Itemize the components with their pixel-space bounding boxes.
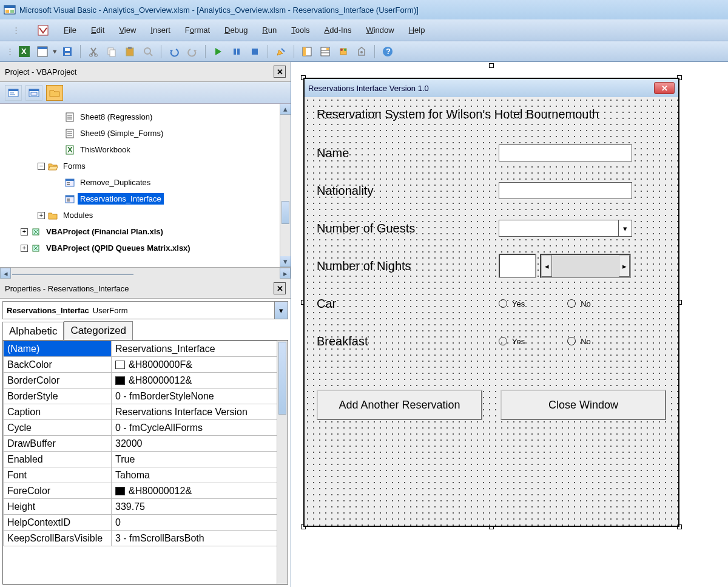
menu-view[interactable]: View (119, 25, 136, 35)
userform-close-icon[interactable]: ✕ (654, 82, 675, 94)
property-row[interactable]: CaptionReservations Interface Version (4, 404, 288, 420)
property-row[interactable]: (Name)Reservations_Interface (4, 341, 288, 357)
insert-userform-icon[interactable] (35, 44, 50, 59)
properties-grid[interactable]: (Name)Reservations_InterfaceBackColor&H8… (2, 340, 288, 585)
break-icon[interactable] (229, 44, 244, 59)
scroll-up-icon[interactable]: ▴ (280, 104, 291, 115)
project-tree[interactable]: Sheet8 (Regression)Sheet9 (Simple_Forms)… (0, 104, 291, 268)
cut-icon[interactable] (86, 44, 101, 59)
menu-addins[interactable]: Add-Ins (325, 25, 352, 35)
nationality-input[interactable] (499, 182, 632, 199)
find-icon[interactable] (140, 44, 156, 59)
chevron-down-icon[interactable]: ▾ (274, 302, 288, 319)
tab-alphabetic[interactable]: Alphabetic (2, 322, 64, 341)
label-name: Name (317, 146, 499, 160)
save-icon[interactable] (59, 44, 75, 59)
form-heading: Reservation System for Wilson's Hotel Bo… (317, 106, 666, 123)
tab-categorized[interactable]: Categorized (64, 321, 133, 340)
guests-combobox[interactable]: ▾ (499, 220, 632, 237)
chevron-down-icon[interactable]: ▾ (618, 220, 632, 236)
properties-icon[interactable] (317, 44, 333, 59)
grid-vscrollbar[interactable] (277, 341, 288, 584)
tree-item[interactable]: +Modules (4, 207, 291, 223)
run-icon[interactable] (211, 44, 226, 59)
breakfast-yes-radio[interactable]: Yes (499, 337, 525, 346)
menu-run[interactable]: Run (262, 25, 277, 35)
properties-panel-close-icon[interactable]: ✕ (274, 282, 286, 294)
tree-item[interactable]: Reservations_Interface (4, 191, 291, 207)
menu-file[interactable]: File (64, 25, 76, 35)
tree-item[interactable]: XThisWorkbook (4, 141, 291, 158)
car-no-radio[interactable]: No (567, 299, 591, 308)
tree-hscrollbar[interactable]: ◂ ▸ (0, 268, 291, 279)
undo-icon[interactable] (166, 44, 182, 59)
property-row[interactable]: BorderStyle0 - fmBorderStyleNone (4, 389, 288, 404)
scroll-right-icon[interactable]: ▸ (280, 268, 291, 279)
redo-icon[interactable] (184, 44, 200, 59)
reset-icon[interactable] (247, 44, 263, 59)
tree-item[interactable]: −Forms (4, 158, 291, 174)
svg-rect-56 (67, 184, 70, 185)
tree-item[interactable]: +VBAProject (Financial Plan.xls) (4, 223, 291, 240)
menu-format[interactable]: Format (185, 25, 210, 35)
paste-icon[interactable] (122, 44, 138, 59)
arrow-left-icon[interactable]: ◂ (541, 255, 552, 277)
nights-scrollbar[interactable]: ◂ ▸ (540, 254, 631, 278)
property-row[interactable]: EnabledTrue (4, 452, 288, 467)
car-yes-radio[interactable]: Yes (499, 299, 525, 308)
tree-item[interactable]: Remove_Duplicates (4, 174, 291, 191)
close-window-button[interactable]: Close Window (500, 390, 666, 420)
property-row[interactable]: HelpContextID0 (4, 515, 288, 531)
add-reservation-button[interactable]: Add Another Reservation (317, 390, 482, 420)
property-row[interactable]: KeepScrollBarsVisible3 - fmScrollBarsBot… (4, 531, 288, 546)
view-object-icon[interactable] (25, 85, 42, 101)
property-row[interactable]: DrawBuffer32000 (4, 436, 288, 452)
breakfast-no-radio[interactable]: No (567, 337, 591, 346)
tree-item[interactable]: Sheet8 (Regression) (4, 109, 291, 125)
toolbox-icon[interactable] (354, 44, 369, 59)
menu-help[interactable]: Help (409, 25, 425, 35)
menu-edit[interactable]: Edit (91, 25, 104, 35)
scroll-thumb[interactable] (281, 201, 289, 224)
menu-window[interactable]: Window (366, 25, 394, 35)
tree-item[interactable]: Sheet9 (Simple_Forms) (4, 125, 291, 141)
view-code-icon[interactable] (5, 85, 22, 101)
menu-debug[interactable]: Debug (224, 25, 248, 35)
form-designer[interactable]: Reservations Interface Version 1.0 ✕ Res… (303, 66, 698, 557)
userform-titlebar[interactable]: Reservations Interface Version 1.0 ✕ (305, 79, 678, 97)
property-row[interactable]: BorderColor&H80000012& (4, 373, 288, 389)
property-row[interactable]: Height339.75 (4, 499, 288, 515)
svg-rect-42 (31, 92, 37, 95)
property-row[interactable]: ForeColor&H80000012& (4, 483, 288, 499)
property-row[interactable]: FontTahoma (4, 467, 288, 483)
arrow-right-icon[interactable]: ▸ (619, 255, 630, 277)
project-panel-header: Project - VBAProject ✕ (0, 62, 291, 82)
help-icon[interactable]: ? (380, 44, 396, 59)
property-row[interactable]: BackColor&H8000000F& (4, 357, 288, 373)
menu-tools[interactable]: Tools (291, 25, 309, 35)
svg-rect-22 (252, 49, 258, 55)
hscroll-thumb[interactable] (12, 274, 133, 275)
nights-textbox[interactable] (499, 254, 536, 278)
grid-scroll-thumb[interactable] (278, 342, 286, 415)
tree-item[interactable]: +VBAProject (QPID Queues Matrix.xlsx) (4, 240, 291, 256)
scroll-left-icon[interactable]: ◂ (0, 268, 11, 279)
excel-icon[interactable]: X (16, 44, 32, 59)
object-selector[interactable]: Reservations_Interfac UserForm ▾ (2, 301, 288, 319)
svg-rect-41 (29, 89, 39, 91)
menu-insert[interactable]: Insert (150, 25, 170, 35)
project-explorer-icon[interactable] (299, 44, 315, 59)
userform[interactable]: Reservations Interface Version 1.0 ✕ Res… (303, 78, 679, 527)
scroll-down-icon[interactable]: ▾ (280, 256, 291, 267)
property-row[interactable]: Cycle0 - fmCycleAllForms (4, 420, 288, 436)
label-nationality: Nationality (317, 184, 499, 198)
object-browser-icon[interactable] (335, 44, 351, 59)
name-input[interactable] (499, 144, 632, 161)
resize-handle[interactable] (489, 63, 494, 68)
copy-icon[interactable] (104, 44, 120, 59)
design-mode-icon[interactable] (273, 44, 289, 59)
svg-rect-25 (303, 47, 306, 56)
tree-vscrollbar[interactable]: ▴ ▾ (280, 104, 291, 267)
toggle-folders-icon[interactable] (46, 85, 63, 101)
project-panel-close-icon[interactable]: ✕ (274, 66, 286, 78)
